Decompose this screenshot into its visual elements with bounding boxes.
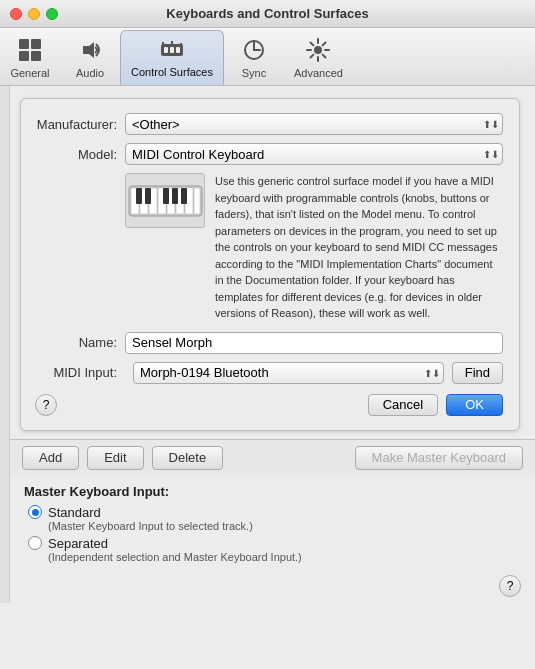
tab-audio-label: Audio <box>76 67 104 79</box>
radio-separated-row: Separated <box>28 536 521 551</box>
tab-control-surfaces-label: Control Surfaces <box>131 66 213 78</box>
model-row: Model: MIDI Control Keyboard ⬆⬇ <box>35 143 503 165</box>
tab-sync[interactable]: Sync <box>224 32 284 85</box>
radio-standard[interactable] <box>28 505 42 519</box>
radio-standard-sublabel: (Master Keyboard Input to selected track… <box>48 520 521 532</box>
tab-general-label: General <box>10 67 49 79</box>
tab-audio[interactable]: Audio <box>60 32 120 85</box>
name-label: Name: <box>35 335 125 350</box>
tab-sync-label: Sync <box>242 67 266 79</box>
model-select-wrapper: MIDI Control Keyboard ⬆⬇ <box>125 143 503 165</box>
svg-rect-3 <box>31 51 41 61</box>
radio-item-standard: Standard (Master Keyboard Input to selec… <box>28 505 521 532</box>
left-stripe <box>0 86 10 603</box>
svg-rect-22 <box>194 188 200 214</box>
master-keyboard-section: Master Keyboard Input: Standard (Master … <box>10 476 535 571</box>
manufacturer-label: Manufacturer: <box>35 117 125 132</box>
advanced-icon <box>304 36 332 64</box>
fullscreen-button[interactable] <box>46 8 58 20</box>
svg-rect-6 <box>164 47 168 53</box>
midi-input-label: MIDI Input: <box>35 365 125 380</box>
edit-button[interactable]: Edit <box>87 446 143 470</box>
bottom-help-button[interactable]: ? <box>499 575 521 597</box>
svg-marker-4 <box>83 42 94 58</box>
svg-rect-1 <box>31 39 41 49</box>
description-text: Use this generic control surface model i… <box>215 173 503 322</box>
master-keyboard-title: Master Keyboard Input: <box>24 484 521 499</box>
name-input[interactable] <box>125 332 503 354</box>
control-surfaces-icon <box>158 35 186 63</box>
midi-input-select-wrapper: Morph-0194 Bluetooth ⬆⬇ <box>133 362 444 384</box>
bottom-toolbar: Add Edit Delete Make Master Keyboard <box>10 439 535 476</box>
svg-rect-26 <box>172 188 178 204</box>
svg-rect-7 <box>170 47 174 53</box>
description-area: Use this generic control surface model i… <box>35 173 503 322</box>
find-button[interactable]: Find <box>452 362 503 384</box>
model-select[interactable]: MIDI Control Keyboard <box>125 143 503 165</box>
bottom-help-area: ? <box>10 571 535 603</box>
minimize-button[interactable] <box>28 8 40 20</box>
manufacturer-select-wrapper: <Other> ⬆⬇ <box>125 113 503 135</box>
help-button[interactable]: ? <box>35 394 57 416</box>
general-icon <box>16 36 44 64</box>
tab-advanced-label: Advanced <box>294 67 343 79</box>
delete-button[interactable]: Delete <box>152 446 224 470</box>
manufacturer-row: Manufacturer: <Other> ⬆⬇ <box>35 113 503 135</box>
radio-separated-sublabel: (Independent selection and Master Keyboa… <box>48 551 521 563</box>
add-button[interactable]: Add <box>22 446 79 470</box>
svg-rect-27 <box>181 188 187 204</box>
radio-separated-label: Separated <box>48 536 108 551</box>
svg-rect-25 <box>163 188 169 204</box>
tab-general[interactable]: General <box>0 32 60 85</box>
dialog-panel: Manufacturer: <Other> ⬆⬇ Model: MIDI Con… <box>20 98 520 431</box>
svg-rect-8 <box>176 47 180 53</box>
radio-standard-label: Standard <box>48 505 101 520</box>
radio-standard-row: Standard <box>28 505 521 520</box>
svg-rect-23 <box>136 188 142 204</box>
sync-icon <box>240 36 268 64</box>
model-label: Model: <box>35 147 125 162</box>
main-content: Manufacturer: <Other> ⬆⬇ Model: MIDI Con… <box>0 86 535 603</box>
cancel-button[interactable]: Cancel <box>368 394 438 416</box>
title-bar: Keyboards and Control Surfaces <box>0 0 535 28</box>
ok-button[interactable]: OK <box>446 394 503 416</box>
radio-item-separated: Separated (Independent selection and Mas… <box>28 536 521 563</box>
tab-advanced[interactable]: Advanced <box>284 32 353 85</box>
toolbar: General Audio Control Surfaces <box>0 28 535 86</box>
midi-input-select[interactable]: Morph-0194 Bluetooth <box>133 362 444 384</box>
audio-icon <box>76 36 104 64</box>
tab-control-surfaces[interactable]: Control Surfaces <box>120 30 224 85</box>
svg-point-13 <box>314 46 322 54</box>
svg-rect-2 <box>19 51 29 61</box>
svg-rect-24 <box>145 188 151 204</box>
manufacturer-select[interactable]: <Other> <box>125 113 503 135</box>
keyboard-image <box>125 173 205 228</box>
make-master-button[interactable]: Make Master Keyboard <box>355 446 523 470</box>
close-button[interactable] <box>10 8 22 20</box>
name-row: Name: <box>35 332 503 354</box>
midi-input-row: MIDI Input: Morph-0194 Bluetooth ⬆⬇ Find <box>35 362 503 384</box>
radio-group: Standard (Master Keyboard Input to selec… <box>28 505 521 563</box>
dialog-buttons: ? Cancel OK <box>35 394 503 416</box>
traffic-lights <box>10 8 58 20</box>
svg-rect-0 <box>19 39 29 49</box>
right-content: Manufacturer: <Other> ⬆⬇ Model: MIDI Con… <box>10 86 535 603</box>
window-title: Keyboards and Control Surfaces <box>166 6 368 21</box>
radio-separated[interactable] <box>28 536 42 550</box>
